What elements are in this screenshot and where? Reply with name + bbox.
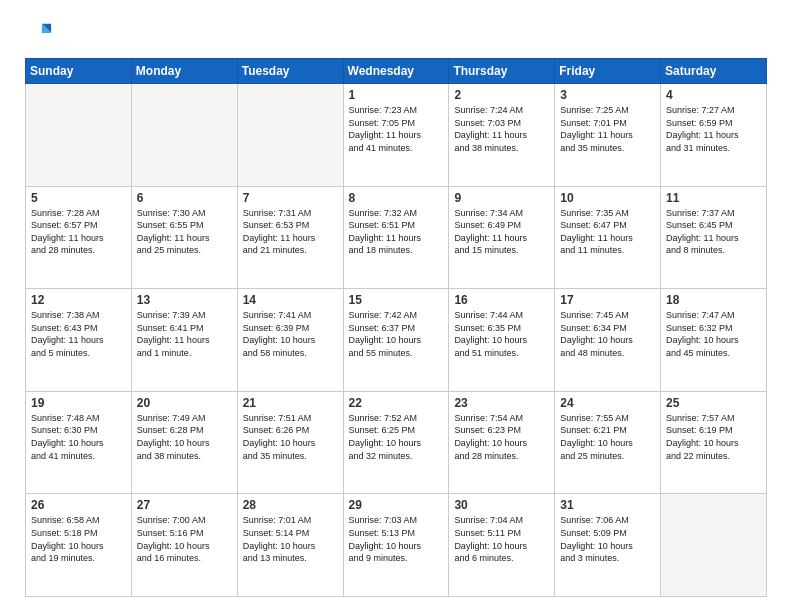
day-info: Sunrise: 7:04 AM Sunset: 5:11 PM Dayligh… <box>454 514 549 564</box>
day-number: 4 <box>666 88 761 102</box>
day-cell: 29Sunrise: 7:03 AM Sunset: 5:13 PM Dayli… <box>343 494 449 597</box>
day-number: 3 <box>560 88 655 102</box>
day-cell: 10Sunrise: 7:35 AM Sunset: 6:47 PM Dayli… <box>555 186 661 289</box>
day-info: Sunrise: 7:38 AM Sunset: 6:43 PM Dayligh… <box>31 309 126 359</box>
day-number: 6 <box>137 191 232 205</box>
col-header-friday: Friday <box>555 59 661 84</box>
day-number: 2 <box>454 88 549 102</box>
day-cell: 12Sunrise: 7:38 AM Sunset: 6:43 PM Dayli… <box>26 289 132 392</box>
day-info: Sunrise: 7:34 AM Sunset: 6:49 PM Dayligh… <box>454 207 549 257</box>
day-cell: 21Sunrise: 7:51 AM Sunset: 6:26 PM Dayli… <box>237 391 343 494</box>
day-number: 25 <box>666 396 761 410</box>
day-cell <box>661 494 767 597</box>
day-info: Sunrise: 7:01 AM Sunset: 5:14 PM Dayligh… <box>243 514 338 564</box>
day-cell <box>26 84 132 187</box>
day-info: Sunrise: 7:25 AM Sunset: 7:01 PM Dayligh… <box>560 104 655 154</box>
day-info: Sunrise: 6:58 AM Sunset: 5:18 PM Dayligh… <box>31 514 126 564</box>
day-number: 27 <box>137 498 232 512</box>
col-header-saturday: Saturday <box>661 59 767 84</box>
day-cell: 14Sunrise: 7:41 AM Sunset: 6:39 PM Dayli… <box>237 289 343 392</box>
day-info: Sunrise: 7:55 AM Sunset: 6:21 PM Dayligh… <box>560 412 655 462</box>
logo-icon <box>25 20 53 48</box>
day-info: Sunrise: 7:28 AM Sunset: 6:57 PM Dayligh… <box>31 207 126 257</box>
day-cell: 1Sunrise: 7:23 AM Sunset: 7:05 PM Daylig… <box>343 84 449 187</box>
day-cell: 25Sunrise: 7:57 AM Sunset: 6:19 PM Dayli… <box>661 391 767 494</box>
day-number: 30 <box>454 498 549 512</box>
day-info: Sunrise: 7:06 AM Sunset: 5:09 PM Dayligh… <box>560 514 655 564</box>
col-header-tuesday: Tuesday <box>237 59 343 84</box>
day-info: Sunrise: 7:00 AM Sunset: 5:16 PM Dayligh… <box>137 514 232 564</box>
day-number: 7 <box>243 191 338 205</box>
day-number: 12 <box>31 293 126 307</box>
day-info: Sunrise: 7:41 AM Sunset: 6:39 PM Dayligh… <box>243 309 338 359</box>
day-cell: 23Sunrise: 7:54 AM Sunset: 6:23 PM Dayli… <box>449 391 555 494</box>
day-info: Sunrise: 7:47 AM Sunset: 6:32 PM Dayligh… <box>666 309 761 359</box>
day-number: 10 <box>560 191 655 205</box>
day-number: 9 <box>454 191 549 205</box>
day-cell: 11Sunrise: 7:37 AM Sunset: 6:45 PM Dayli… <box>661 186 767 289</box>
day-info: Sunrise: 7:45 AM Sunset: 6:34 PM Dayligh… <box>560 309 655 359</box>
day-cell: 27Sunrise: 7:00 AM Sunset: 5:16 PM Dayli… <box>131 494 237 597</box>
day-info: Sunrise: 7:23 AM Sunset: 7:05 PM Dayligh… <box>349 104 444 154</box>
day-cell: 7Sunrise: 7:31 AM Sunset: 6:53 PM Daylig… <box>237 186 343 289</box>
day-info: Sunrise: 7:24 AM Sunset: 7:03 PM Dayligh… <box>454 104 549 154</box>
day-cell: 22Sunrise: 7:52 AM Sunset: 6:25 PM Dayli… <box>343 391 449 494</box>
day-number: 29 <box>349 498 444 512</box>
day-number: 14 <box>243 293 338 307</box>
week-row-2: 5Sunrise: 7:28 AM Sunset: 6:57 PM Daylig… <box>26 186 767 289</box>
day-info: Sunrise: 7:48 AM Sunset: 6:30 PM Dayligh… <box>31 412 126 462</box>
col-header-sunday: Sunday <box>26 59 132 84</box>
day-number: 21 <box>243 396 338 410</box>
day-info: Sunrise: 7:31 AM Sunset: 6:53 PM Dayligh… <box>243 207 338 257</box>
day-number: 13 <box>137 293 232 307</box>
day-number: 22 <box>349 396 444 410</box>
day-number: 18 <box>666 293 761 307</box>
day-number: 20 <box>137 396 232 410</box>
day-info: Sunrise: 7:49 AM Sunset: 6:28 PM Dayligh… <box>137 412 232 462</box>
day-number: 26 <box>31 498 126 512</box>
day-number: 31 <box>560 498 655 512</box>
day-cell <box>237 84 343 187</box>
week-row-4: 19Sunrise: 7:48 AM Sunset: 6:30 PM Dayli… <box>26 391 767 494</box>
day-cell: 30Sunrise: 7:04 AM Sunset: 5:11 PM Dayli… <box>449 494 555 597</box>
day-number: 1 <box>349 88 444 102</box>
day-number: 24 <box>560 396 655 410</box>
day-cell: 8Sunrise: 7:32 AM Sunset: 6:51 PM Daylig… <box>343 186 449 289</box>
day-info: Sunrise: 7:57 AM Sunset: 6:19 PM Dayligh… <box>666 412 761 462</box>
day-info: Sunrise: 7:32 AM Sunset: 6:51 PM Dayligh… <box>349 207 444 257</box>
day-cell: 4Sunrise: 7:27 AM Sunset: 6:59 PM Daylig… <box>661 84 767 187</box>
day-number: 8 <box>349 191 444 205</box>
day-info: Sunrise: 7:30 AM Sunset: 6:55 PM Dayligh… <box>137 207 232 257</box>
day-cell: 13Sunrise: 7:39 AM Sunset: 6:41 PM Dayli… <box>131 289 237 392</box>
day-info: Sunrise: 7:42 AM Sunset: 6:37 PM Dayligh… <box>349 309 444 359</box>
page: SundayMondayTuesdayWednesdayThursdayFrid… <box>0 0 792 612</box>
day-number: 17 <box>560 293 655 307</box>
col-header-thursday: Thursday <box>449 59 555 84</box>
day-cell: 2Sunrise: 7:24 AM Sunset: 7:03 PM Daylig… <box>449 84 555 187</box>
day-cell: 31Sunrise: 7:06 AM Sunset: 5:09 PM Dayli… <box>555 494 661 597</box>
day-info: Sunrise: 7:39 AM Sunset: 6:41 PM Dayligh… <box>137 309 232 359</box>
day-cell: 9Sunrise: 7:34 AM Sunset: 6:49 PM Daylig… <box>449 186 555 289</box>
week-row-3: 12Sunrise: 7:38 AM Sunset: 6:43 PM Dayli… <box>26 289 767 392</box>
day-number: 19 <box>31 396 126 410</box>
day-number: 15 <box>349 293 444 307</box>
week-row-5: 26Sunrise: 6:58 AM Sunset: 5:18 PM Dayli… <box>26 494 767 597</box>
day-cell: 3Sunrise: 7:25 AM Sunset: 7:01 PM Daylig… <box>555 84 661 187</box>
day-cell: 5Sunrise: 7:28 AM Sunset: 6:57 PM Daylig… <box>26 186 132 289</box>
day-info: Sunrise: 7:51 AM Sunset: 6:26 PM Dayligh… <box>243 412 338 462</box>
day-info: Sunrise: 7:44 AM Sunset: 6:35 PM Dayligh… <box>454 309 549 359</box>
day-cell: 17Sunrise: 7:45 AM Sunset: 6:34 PM Dayli… <box>555 289 661 392</box>
day-cell: 20Sunrise: 7:49 AM Sunset: 6:28 PM Dayli… <box>131 391 237 494</box>
day-info: Sunrise: 7:35 AM Sunset: 6:47 PM Dayligh… <box>560 207 655 257</box>
day-number: 23 <box>454 396 549 410</box>
header <box>25 20 767 48</box>
day-cell: 15Sunrise: 7:42 AM Sunset: 6:37 PM Dayli… <box>343 289 449 392</box>
day-cell: 24Sunrise: 7:55 AM Sunset: 6:21 PM Dayli… <box>555 391 661 494</box>
day-info: Sunrise: 7:03 AM Sunset: 5:13 PM Dayligh… <box>349 514 444 564</box>
col-header-monday: Monday <box>131 59 237 84</box>
day-number: 5 <box>31 191 126 205</box>
day-number: 28 <box>243 498 338 512</box>
day-number: 11 <box>666 191 761 205</box>
day-cell: 6Sunrise: 7:30 AM Sunset: 6:55 PM Daylig… <box>131 186 237 289</box>
col-header-wednesday: Wednesday <box>343 59 449 84</box>
